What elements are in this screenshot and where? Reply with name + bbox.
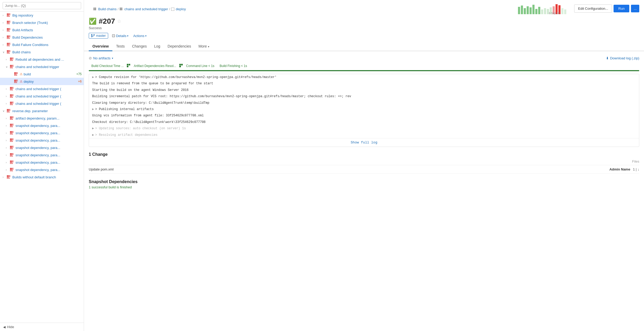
sidebar-item-builds-no-default[interactable]: ›Builds without default branch — [0, 173, 84, 181]
svg-rect-42 — [9, 45, 10, 46]
sidebar-item-big-repo[interactable]: ›Big repository — [0, 12, 84, 19]
svg-rect-141 — [12, 126, 13, 127]
run-button[interactable]: Run — [614, 5, 629, 12]
sidebar-item-chains-scheduled[interactable]: ∨chains and scheduled trigger — [0, 63, 84, 70]
svg-rect-166 — [10, 148, 11, 149]
timeline-segment-seg-checkout[interactable]: Build Checkout Time ... — [89, 63, 126, 69]
sidebar-item-label: artifact dependency, param... — [15, 116, 82, 120]
svg-rect-238 — [179, 64, 181, 65]
svg-rect-83 — [16, 80, 17, 81]
svg-rect-164 — [12, 146, 13, 147]
sidebar-item-label: snapshot dependency, para... — [15, 161, 82, 164]
timeline-segment-seg-finishing[interactable]: Build Finishing < 1s — [217, 63, 250, 69]
show-full-log-button[interactable]: Show full log — [89, 138, 639, 147]
log-line-l6[interactable]: ▶> Publishing internal artifacts — [89, 106, 639, 112]
expand-arrow-icon: › — [6, 95, 9, 98]
svg-rect-178 — [13, 153, 13, 154]
svg-rect-168 — [12, 148, 13, 149]
svg-rect-203 — [8, 178, 9, 179]
log-line-l1[interactable]: ▶> Compute revision for 'https://github.… — [89, 74, 639, 80]
breadcrumb-item-bc-build-chains[interactable]: Build chains — [93, 7, 117, 11]
sidebar-item-snapshot-dep-6[interactable]: ›snapshot dependency, para... — [0, 159, 84, 166]
svg-rect-18 — [7, 28, 8, 29]
breadcrumb-label[interactable]: Build chains — [98, 7, 117, 11]
sidebar-item-label: snapshot dependency, para... — [15, 138, 82, 142]
sidebar-item-build-failure-conditions[interactable]: ›Build Failure Conditions — [0, 41, 84, 48]
sidebar-search-input[interactable] — [3, 2, 81, 9]
breadcrumb-item-bc-deploy[interactable]: deploy — [171, 7, 186, 11]
breadcrumb-label[interactable]: chains and scheduled trigger — [124, 7, 168, 11]
tab-tests[interactable]: Tests — [112, 42, 128, 51]
log-line-l9[interactable]: ▶> Updating sources: auto checkout (on s… — [89, 125, 639, 132]
tab-dependencies[interactable]: Dependencies — [164, 42, 195, 51]
sidebar-item-rebuild-all[interactable]: ›Rebuild all dependencies and ... — [0, 56, 84, 63]
svg-rect-63 — [10, 65, 11, 66]
sidebar-item-build-chains[interactable]: ∨Build chains — [0, 48, 84, 56]
sidebar-item-chains-1[interactable]: ›chains and scheduled trigger ( — [0, 85, 84, 92]
sidebar-item-deploy-6[interactable]: ⚠deploy+6 — [0, 78, 84, 85]
tab-more[interactable]: More ▾ — [195, 42, 213, 51]
edit-configuration-button[interactable]: Edit Configuration... — [574, 4, 612, 13]
more-options-button[interactable]: ... — [631, 5, 639, 12]
breadcrumb-label[interactable]: deploy — [176, 7, 186, 11]
svg-rect-126 — [10, 116, 11, 118]
details-button[interactable]: ⊡ Details ▾ — [111, 33, 130, 39]
timeline-segment-seg-command[interactable]: Command Line < 1s — [184, 63, 217, 69]
tab-overview[interactable]: Overview — [89, 42, 112, 51]
svg-rect-181 — [10, 162, 11, 163]
log-line-text: Clearing temporary directory: C:\BuildAg… — [92, 101, 209, 105]
log-line-l10[interactable]: ▶> Resolving artifact dependencies — [89, 132, 639, 138]
sidebar-hide-button[interactable]: ◀ Hide — [0, 323, 84, 331]
expand-arrow-icon: › — [3, 36, 6, 39]
breadcrumb-item-bc-chains-scheduled[interactable]: chains and scheduled trigger — [120, 7, 168, 11]
sidebar-item-snapshot-dep-3[interactable]: ›snapshot dependency, para... — [0, 137, 84, 144]
svg-rect-48 — [8, 52, 9, 53]
breadcrumb-separator: / — [118, 7, 119, 11]
sidebar-item-snapshot-dep-4[interactable]: ›snapshot dependency, para... — [0, 144, 84, 151]
branch-badge[interactable]: master — [89, 33, 108, 39]
download-log-label: Download log (.zip) — [610, 56, 639, 60]
grid-icon — [10, 58, 14, 61]
sidebar-item-reverse-dep[interactable]: ∨reverse.dep. parameter — [0, 107, 84, 115]
svg-rect-86 — [15, 82, 16, 83]
svg-rect-57 — [12, 59, 13, 60]
svg-rect-110 — [12, 102, 13, 103]
sidebar-item-branch-selector[interactable]: ›Branch selector (Trunk) — [0, 19, 84, 26]
svg-rect-140 — [11, 126, 12, 127]
sidebar-item-snapshot-dep-5[interactable]: ›snapshot dependency, para... — [0, 151, 84, 159]
tab-log[interactable]: Log — [150, 42, 164, 51]
sidebar-item-snapshot-dep-7[interactable]: ›snapshot dependency, para... — [0, 166, 84, 173]
sidebar-item-snapshot-dep-1[interactable]: ›snapshot dependency, para... — [0, 122, 84, 129]
sidebar-item-build-dependencies[interactable]: ›Build Dependencies — [0, 34, 84, 41]
sidebar-item-build-artifacts[interactable]: ›Build Artifacts — [0, 26, 84, 34]
sidebar-item-chains-2[interactable]: ›chains and scheduled trigger ( — [0, 92, 84, 100]
grid-icon — [7, 35, 11, 39]
svg-rect-105 — [12, 97, 13, 98]
sidebar-item-chains-3[interactable]: ›chains and scheduled trigger ( — [0, 100, 84, 107]
svg-rect-129 — [12, 118, 13, 119]
sidebar-item-artifact-dep[interactable]: ›artifact dependency, param... — [0, 115, 84, 122]
download-log-link[interactable]: ⬇ Download log (.zip) — [606, 56, 639, 60]
tab-changes[interactable]: Changes — [128, 42, 150, 51]
svg-rect-76 — [14, 75, 15, 76]
details-label: Details — [116, 34, 127, 38]
timeline-segment-seg-artifact[interactable]: Artifact Dependencies Resol... — [131, 63, 179, 69]
no-artifacts-link[interactable]: ⊘ No artifacts ▾ — [89, 56, 113, 60]
sidebar-list: ›Big repository›Branch selector (Trunk)›… — [0, 12, 84, 323]
sidebar-item-snapshot-dep-2[interactable]: ›snapshot dependency, para... — [0, 129, 84, 137]
actions-button[interactable]: Actions ▾ — [132, 33, 148, 39]
svg-rect-47 — [8, 50, 9, 51]
sidebar-item-build-75[interactable]: ⚠build+75 — [0, 70, 84, 78]
sidebar-item-label: Branch selector (Trunk) — [12, 21, 82, 25]
svg-rect-27 — [7, 35, 8, 37]
svg-rect-199 — [7, 177, 8, 178]
svg-rect-91 — [10, 89, 11, 90]
log-line-text: The build is removed from the queue to b… — [92, 82, 213, 85]
grid-icon — [7, 109, 11, 113]
sidebar-item-label: chains and scheduled trigger ( — [15, 102, 82, 106]
svg-rect-29 — [8, 35, 9, 37]
star-icon[interactable]: ☆ — [117, 18, 121, 24]
svg-rect-183 — [12, 162, 13, 163]
svg-rect-206 — [9, 176, 10, 177]
svg-rect-194 — [11, 170, 12, 171]
